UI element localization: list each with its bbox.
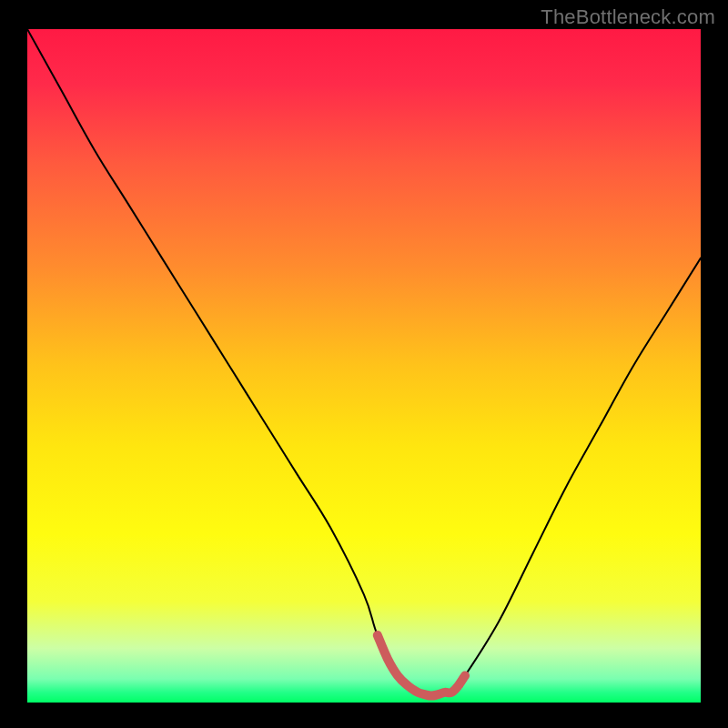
plot-frame (27, 29, 701, 703)
watermark-label: TheBottleneck.com (541, 5, 715, 29)
chart-stage: TheBottleneck.com (0, 0, 728, 728)
chart-svg (27, 29, 701, 703)
chart-background (27, 29, 701, 703)
